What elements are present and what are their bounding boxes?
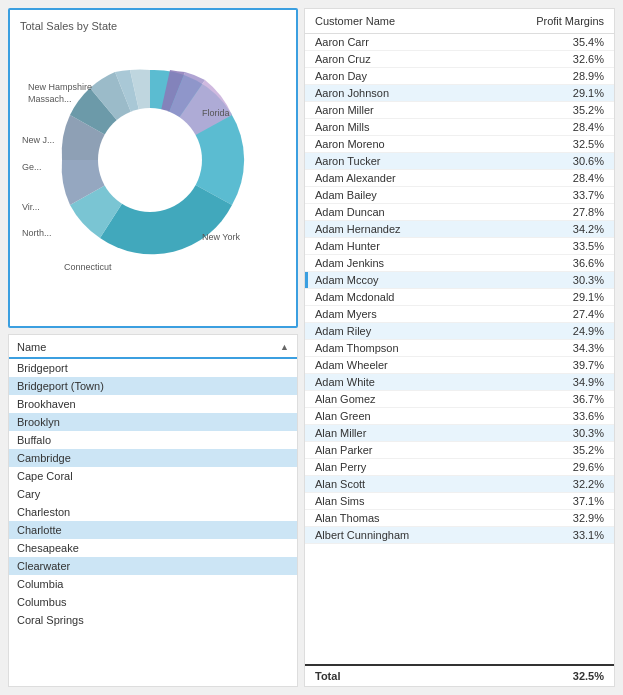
cell-profit-value: 27.8%: [514, 206, 604, 218]
table-footer: Total 32.5%: [305, 664, 614, 686]
cell-profit-value: 34.3%: [514, 342, 604, 354]
cell-customer-name: Alan Miller: [315, 427, 514, 439]
sort-arrow-icon[interactable]: ▲: [280, 342, 289, 352]
list-item[interactable]: Clearwater: [9, 557, 297, 575]
cell-customer-name: Adam Myers: [315, 308, 514, 320]
list-item[interactable]: Coral Springs: [9, 611, 297, 629]
cell-profit-value: 32.2%: [514, 478, 604, 490]
table-scroll-area[interactable]: Aaron Carr35.4%Aaron Cruz32.6%Aaron Day2…: [305, 34, 614, 664]
cell-customer-name: Alan Perry: [315, 461, 514, 473]
table-row[interactable]: Alan Sims37.1%: [305, 493, 614, 510]
cell-profit-value: 33.6%: [514, 410, 604, 422]
table-row[interactable]: Adam Jenkins36.6%: [305, 255, 614, 272]
footer-total-value: 32.5%: [514, 670, 604, 682]
table-row[interactable]: Aaron Johnson29.1%: [305, 85, 614, 102]
cell-customer-name: Aaron Tucker: [315, 155, 514, 167]
table-row[interactable]: Adam Thompson34.3%: [305, 340, 614, 357]
table-row[interactable]: Aaron Moreno32.5%: [305, 136, 614, 153]
list-header: Name ▲: [9, 335, 297, 359]
cell-profit-value: 34.2%: [514, 223, 604, 235]
cell-profit-value: 24.9%: [514, 325, 604, 337]
table-row[interactable]: Adam Alexander28.4%: [305, 170, 614, 187]
list-item[interactable]: Chesapeake: [9, 539, 297, 557]
cell-customer-name: Adam Hunter: [315, 240, 514, 252]
table-row[interactable]: Aaron Cruz32.6%: [305, 51, 614, 68]
table-row[interactable]: Alan Thomas32.9%: [305, 510, 614, 527]
list-item[interactable]: Columbus: [9, 593, 297, 611]
table-row[interactable]: Aaron Tucker30.6%: [305, 153, 614, 170]
cell-customer-name: Alan Parker: [315, 444, 514, 456]
table-row[interactable]: Alan Scott32.2%: [305, 476, 614, 493]
cell-customer-name: Aaron Moreno: [315, 138, 514, 150]
cell-profit-value: 35.4%: [514, 36, 604, 48]
cell-profit-value: 27.4%: [514, 308, 604, 320]
cell-profit-value: 30.3%: [514, 274, 604, 286]
left-panel: Total Sales by State: [8, 8, 298, 687]
table-row[interactable]: Aaron Mills28.4%: [305, 119, 614, 136]
cell-profit-value: 30.6%: [514, 155, 604, 167]
list-item[interactable]: Bridgeport: [9, 359, 297, 377]
table-row[interactable]: Aaron Day28.9%: [305, 68, 614, 85]
table-row[interactable]: Adam Hunter33.5%: [305, 238, 614, 255]
cell-profit-value: 36.7%: [514, 393, 604, 405]
cell-customer-name: Alan Sims: [315, 495, 514, 507]
cell-customer-name: Adam Alexander: [315, 172, 514, 184]
table-row[interactable]: Adam Myers27.4%: [305, 306, 614, 323]
list-scroll-area[interactable]: BridgeportBridgeport (Town)BrookhavenBro…: [9, 359, 297, 686]
chart-label-ma: Massach...: [28, 94, 72, 104]
list-item[interactable]: Charleston: [9, 503, 297, 521]
table-row[interactable]: Adam Mccoy30.3%: [305, 272, 614, 289]
table-row[interactable]: Aaron Carr35.4%: [305, 34, 614, 51]
col-profit-header: Profit Margins: [514, 15, 604, 27]
table-row[interactable]: Alan Green33.6%: [305, 408, 614, 425]
cell-profit-value: 36.6%: [514, 257, 604, 269]
cell-customer-name: Aaron Johnson: [315, 87, 514, 99]
table-row[interactable]: Adam Hernandez34.2%: [305, 221, 614, 238]
cell-customer-name: Alan Scott: [315, 478, 514, 490]
list-item[interactable]: Charlotte: [9, 521, 297, 539]
chart-label-vir: Vir...: [22, 202, 40, 212]
list-item[interactable]: Columbia: [9, 575, 297, 593]
table-row[interactable]: Adam Duncan27.8%: [305, 204, 614, 221]
chart-label-ge: Ge...: [22, 162, 42, 172]
cell-profit-value: 29.1%: [514, 87, 604, 99]
table-row[interactable]: Alan Gomez36.7%: [305, 391, 614, 408]
cell-profit-value: 28.9%: [514, 70, 604, 82]
cell-customer-name: Adam Wheeler: [315, 359, 514, 371]
table-row[interactable]: Adam Wheeler39.7%: [305, 357, 614, 374]
table-row[interactable]: Adam White34.9%: [305, 374, 614, 391]
cell-customer-name: Aaron Carr: [315, 36, 514, 48]
list-item[interactable]: Brookhaven: [9, 395, 297, 413]
cell-profit-value: 32.6%: [514, 53, 604, 65]
cell-profit-value: 39.7%: [514, 359, 604, 371]
table-header: Customer Name Profit Margins: [305, 9, 614, 34]
list-item[interactable]: Cambridge: [9, 449, 297, 467]
table-row[interactable]: Albert Cunningham33.1%: [305, 527, 614, 544]
chart-title: Total Sales by State: [20, 20, 286, 32]
table-row[interactable]: Adam Riley24.9%: [305, 323, 614, 340]
cell-customer-name: Alan Gomez: [315, 393, 514, 405]
chart-label-north: North...: [22, 228, 52, 238]
table-row[interactable]: Adam Mcdonald29.1%: [305, 289, 614, 306]
chart-label-nh: New Hampshire: [28, 82, 92, 92]
list-item[interactable]: Bridgeport (Town): [9, 377, 297, 395]
table-row[interactable]: Adam Bailey33.7%: [305, 187, 614, 204]
list-item[interactable]: Buffalo: [9, 431, 297, 449]
cell-customer-name: Adam Bailey: [315, 189, 514, 201]
table-row[interactable]: Alan Parker35.2%: [305, 442, 614, 459]
table-row[interactable]: Alan Perry29.6%: [305, 459, 614, 476]
cell-profit-value: 34.9%: [514, 376, 604, 388]
city-list: Name ▲ BridgeportBridgeport (Town)Brookh…: [8, 334, 298, 687]
table-row[interactable]: Aaron Miller35.2%: [305, 102, 614, 119]
chart-label-conn: Connecticut: [64, 262, 112, 272]
table-row[interactable]: Alan Miller30.3%: [305, 425, 614, 442]
cell-profit-value: 29.6%: [514, 461, 604, 473]
cell-customer-name: Adam Duncan: [315, 206, 514, 218]
cell-customer-name: Adam Thompson: [315, 342, 514, 354]
list-item[interactable]: Cary: [9, 485, 297, 503]
list-item[interactable]: Cape Coral: [9, 467, 297, 485]
right-panel: Customer Name Profit Margins Aaron Carr3…: [304, 8, 615, 687]
cell-customer-name: Aaron Miller: [315, 104, 514, 116]
list-item[interactable]: Brooklyn: [9, 413, 297, 431]
row-indicator-bar: [305, 272, 308, 288]
